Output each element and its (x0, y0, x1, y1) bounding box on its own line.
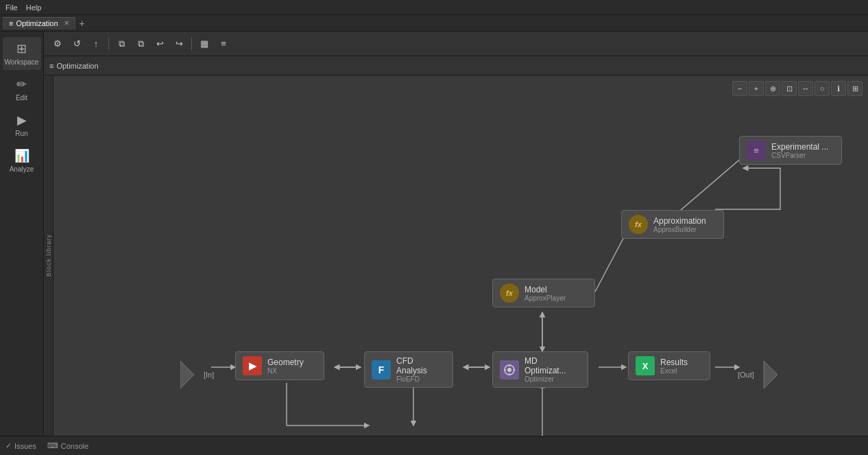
tab-optimization-label: Optimization (16, 19, 58, 27)
toolbar: ⚙ ↺ ↑ ⧉ ⧉ ↩ ↪ ▦ ≡ (44, 32, 868, 56)
sidebar-item-workspace[interactable]: ⊞ Workspace (3, 37, 41, 70)
toolbar-redo-btn[interactable]: ↪ (171, 36, 187, 52)
results-subtitle: Excel (660, 367, 688, 375)
canvas-header: ≡ Optimization (44, 56, 868, 75)
tab-add-btn[interactable]: + (77, 18, 88, 29)
node-cfd-analysis[interactable]: F CFD Analysis FloEFD (364, 351, 453, 388)
model-text: Model ApproxPlayer (525, 285, 566, 302)
sidebar-edit-label: Edit (16, 94, 27, 102)
in-triangle-icon (180, 361, 201, 388)
toolbar-up-btn[interactable]: ↑ (88, 36, 104, 52)
zoom-in-btn[interactable]: + (749, 81, 764, 96)
svg-marker-17 (180, 361, 194, 388)
experimental-text: Experimental ... CSVParser (771, 142, 828, 159)
optimizer-icon-svg (503, 363, 516, 377)
toolbar-paste-btn[interactable]: ⧉ (132, 36, 149, 52)
cfd-text: CFD Analysis FloEFD (396, 356, 446, 383)
svg-line-14 (595, 233, 626, 292)
results-text: Results Excel (660, 358, 688, 375)
canvas-title: ≡ Optimization (49, 62, 99, 70)
geometry-subtitle: NX (267, 367, 304, 375)
cfd-title: CFD Analysis (396, 356, 446, 375)
node-md-optimizer[interactable]: MD Optimizat... Optimizer (492, 351, 588, 388)
out-triangle-icon (757, 361, 777, 388)
node-experimental[interactable]: ≡ Experimental ... CSVParser (739, 136, 842, 165)
experimental-icon: ≡ (747, 141, 766, 160)
console-btn[interactable]: ⌨ Console (47, 441, 88, 450)
port-in-label: [In] (180, 361, 214, 388)
menu-bar: File Help (0, 0, 868, 15)
bottom-bar: ✓ Issues ⌨ Console (0, 436, 868, 455)
results-title: Results (660, 358, 688, 367)
grid-btn[interactable]: ⊞ (847, 81, 863, 96)
canvas-area[interactable]: [In] [Out] ▶ Geometry NX (53, 75, 868, 436)
workspace-icon: ⊞ (16, 41, 27, 56)
canvas-title-icon: ≡ (49, 62, 53, 70)
toolbar-sep-2 (191, 37, 192, 51)
sidebar-workspace-label: Workspace (5, 58, 39, 66)
node-results[interactable]: X Results Excel (628, 351, 710, 380)
model-icon: fx (500, 283, 519, 303)
sidebar-item-edit[interactable]: ✏ Edit (3, 73, 41, 106)
experimental-title: Experimental ... (771, 142, 828, 152)
model-subtitle: ApproxPlayer (525, 294, 566, 302)
toolbar-settings-btn[interactable]: ⚙ (49, 36, 66, 52)
approximation-text: Approximation ApproxBuilder (653, 216, 706, 233)
pan-btn[interactable]: ↔ (798, 81, 813, 96)
block-library-label: Block library (45, 234, 52, 277)
menu-help[interactable]: Help (26, 3, 42, 12)
tab-optimization-icon: ≡ (9, 19, 13, 27)
optimizer-icon (500, 360, 519, 380)
node-geometry[interactable]: ▶ Geometry NX (235, 351, 324, 380)
rotate-btn[interactable]: ○ (815, 81, 830, 96)
menu-file[interactable]: File (5, 3, 18, 12)
toolbar-refresh-btn[interactable]: ↺ (69, 36, 85, 52)
sidebar-run-label: Run (15, 130, 27, 137)
results-icon: X (636, 356, 655, 375)
node-model[interactable]: fx Model ApproxPlayer (492, 279, 595, 307)
tab-bar: ≡ Optimization ✕ + (0, 15, 868, 32)
svg-point-20 (507, 368, 511, 372)
sidebar-item-run[interactable]: ▶ Run (3, 108, 41, 141)
console-label: Console (61, 442, 88, 450)
toolbar-chart-btn[interactable]: ▦ (196, 36, 213, 52)
left-sidebar: ⊞ Workspace ✏ Edit ▶ Run 📊 Analyze (0, 32, 44, 436)
analyze-icon: 📊 (14, 148, 29, 163)
tab-close-btn[interactable]: ✕ (64, 19, 69, 27)
geometry-title: Geometry (267, 358, 304, 367)
block-library-sidebar[interactable]: Block library (44, 75, 53, 436)
issues-label: Issues (14, 442, 36, 450)
svg-marker-18 (764, 361, 777, 388)
port-out-text: [Out] (738, 371, 754, 379)
toolbar-sep-1 (108, 37, 109, 51)
zoom-reset-btn[interactable]: ⊡ (782, 81, 797, 96)
optimizer-subtitle: Optimizer (525, 375, 581, 383)
sidebar-analyze-label: Analyze (10, 165, 34, 173)
run-icon: ▶ (17, 113, 27, 128)
tab-optimization[interactable]: ≡ Optimization ✕ (3, 17, 75, 30)
zoom-fit-btn[interactable]: ⊕ (765, 81, 780, 96)
info-btn[interactable]: ℹ (831, 81, 846, 96)
cfd-subtitle: FloEFD (396, 375, 446, 383)
geometry-icon: ▶ (243, 356, 262, 375)
main-layout: ⊞ Workspace ✏ Edit ▶ Run 📊 Analyze ⚙ ↺ ↑… (0, 32, 868, 436)
toolbar-copy-btn[interactable]: ⧉ (113, 36, 130, 52)
sidebar-item-analyze[interactable]: 📊 Analyze (3, 144, 41, 177)
node-approximation[interactable]: fx Approximation ApproxBuilder (621, 210, 724, 239)
experimental-subtitle: CSVParser (771, 152, 828, 159)
canvas-title-text: Optimization (56, 62, 98, 70)
optimizer-text: MD Optimizat... Optimizer (525, 356, 581, 383)
zoom-out-btn[interactable]: − (732, 81, 747, 96)
toolbar-undo-btn[interactable]: ↩ (152, 36, 168, 52)
port-in-text: [In] (204, 371, 214, 379)
optimizer-title: MD Optimizat... (525, 356, 581, 375)
issues-btn[interactable]: ✓ Issues (5, 441, 36, 450)
approximation-subtitle: ApproxBuilder (653, 226, 706, 233)
model-title: Model (525, 285, 566, 294)
port-out-label: [Out] (738, 361, 777, 388)
canvas-wrapper: ⚙ ↺ ↑ ⧉ ⧉ ↩ ↪ ▦ ≡ ≡ Optimization Block l… (44, 32, 868, 436)
toolbar-list-btn[interactable]: ≡ (215, 36, 232, 52)
canvas-controls: − + ⊕ ⊡ ↔ ○ ℹ ⊞ (732, 81, 863, 96)
geometry-text: Geometry NX (267, 358, 304, 375)
checkmark-icon: ✓ (5, 441, 12, 450)
